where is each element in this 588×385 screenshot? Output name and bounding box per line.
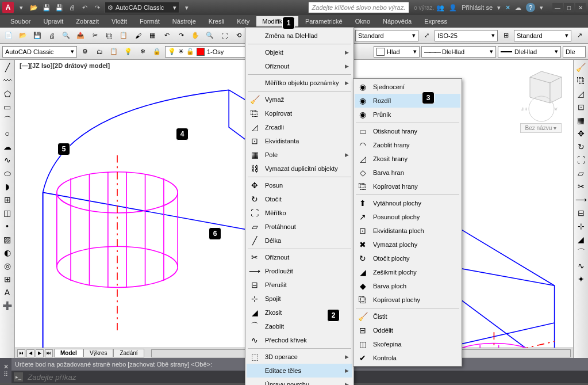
layer-state-badge[interactable]: Bez názvu ▾ [520, 123, 562, 133]
mod-menu-item-4[interactable]: 🧹Vymaž [247, 93, 352, 106]
menu-vložit[interactable]: Vložit [106, 16, 133, 26]
ellipse-arc-icon[interactable]: ◗ [1, 180, 14, 193]
new-icon[interactable]: 📄 [2, 29, 15, 42]
table-icon[interactable]: ⊞ [1, 273, 14, 285]
move-icon[interactable]: ✥ [575, 127, 587, 140]
mod-menu-item-8[interactable]: ▦Pole▶ [247, 148, 352, 162]
mod-menu-item-6[interactable]: ◿Zrcadli [247, 120, 352, 134]
explode-icon[interactable]: ✦ [575, 273, 587, 285]
region-icon[interactable]: ◎ [1, 260, 14, 272]
ellipse-icon[interactable]: ⬭ [1, 167, 14, 180]
layout-tab-výkres[interactable]: Výkres [83, 349, 114, 357]
block-icon[interactable]: ▦ [146, 29, 159, 42]
solid-edit-item-6[interactable]: ◇Barva hran [355, 166, 460, 180]
linetype-combo[interactable]: ——— DleHlad▾ [421, 46, 496, 58]
mod-menu-item-13[interactable]: ▱Protáhnout [247, 220, 352, 234]
layer-lock-icon[interactable]: 🔒 [151, 45, 163, 58]
zoom-prev-icon[interactable]: ⟲ [232, 29, 245, 42]
mod-menu-item-9[interactable]: ⛓Vymazat duplicitní objekty [247, 162, 352, 176]
spline-icon[interactable]: ∿ [1, 154, 14, 166]
redo-icon[interactable]: ↷ [175, 29, 187, 42]
solid-edit-item-16[interactable]: 🧹Čistit [355, 310, 460, 323]
mod-menu-item-14[interactable]: ╱Délka [247, 234, 352, 247]
cmd-prompt-icon[interactable]: ▸_ [14, 372, 23, 382]
menu-soubor[interactable]: Soubor [5, 16, 36, 26]
menu-okno[interactable]: Okno [349, 16, 376, 26]
rotate-icon[interactable]: ↻ [575, 140, 587, 153]
solid-edit-item-17[interactable]: ⊟Oddělit [355, 323, 460, 337]
layer-freeze-icon[interactable]: ❄ [136, 45, 149, 58]
join-icon[interactable]: ⊹ [575, 220, 587, 232]
user-icon[interactable]: 👤 [449, 4, 457, 12]
revcloud-icon[interactable]: ☁ [1, 140, 14, 153]
rect-icon[interactable]: ▭ [1, 101, 14, 113]
print-icon[interactable]: 🖨 [45, 29, 58, 42]
menu-kresli[interactable]: Kresli [203, 16, 230, 26]
qat-new-icon[interactable]: ▾ [16, 2, 26, 13]
mod-menu-item-1[interactable]: Objekt▶ [247, 45, 352, 59]
chevron-down-icon[interactable]: ▾ [497, 4, 501, 12]
open-icon[interactable]: 📂 [17, 29, 29, 42]
mod-menu-item-7[interactable]: ⊡Ekvidistanta [247, 134, 352, 148]
layer-off-icon[interactable]: 💡 [122, 45, 134, 58]
extend-icon[interactable]: ⟶ [575, 193, 587, 206]
menu-nástroje[interactable]: Nástroje [167, 16, 202, 26]
layout-tab-zadání[interactable]: Zadání [113, 349, 144, 357]
circle-icon[interactable]: ○ [1, 127, 14, 140]
offset-icon[interactable]: ⊡ [575, 101, 587, 113]
close-button[interactable]: ✕ [575, 3, 586, 12]
block-make-icon[interactable]: ◫ [1, 207, 14, 219]
menu-kóty[interactable]: Kóty [231, 16, 255, 26]
tab-next-icon[interactable]: ▶ [36, 349, 44, 357]
save-icon[interactable]: 💾 [31, 29, 44, 42]
group-icon[interactable]: 👥 [436, 4, 444, 12]
menu-parametrické[interactable]: Parametrické [299, 16, 348, 26]
mod-menu-item-11[interactable]: ↻Otočit [247, 192, 352, 206]
mod-menu-item-17[interactable]: ⊟Přerušit [247, 278, 352, 292]
solid-edit-item-18[interactable]: ◫Skořepina [355, 337, 460, 351]
tab-last-icon[interactable]: ⏭ [45, 349, 53, 357]
cloud-icon[interactable]: ☁ [515, 4, 521, 12]
qat-undo-icon[interactable]: ↶ [79, 2, 90, 13]
mod-menu-item-22[interactable]: ⬚3D operace▶ [247, 350, 352, 364]
color-combo[interactable]: Hlad▾ [374, 46, 420, 58]
undo-icon[interactable]: ↶ [160, 29, 173, 42]
tablestyle-combo[interactable]: Standard▾ [514, 30, 571, 41]
minimize-button[interactable]: — [552, 3, 563, 12]
mod-menu-item-21[interactable]: ∿Přechod křivek [247, 333, 352, 347]
scale-icon[interactable]: ⛶ [575, 154, 587, 166]
copy-icon[interactable]: ⿻ [103, 29, 116, 42]
mleader-icon[interactable]: ↗ [573, 29, 586, 42]
mod-menu-item-18[interactable]: ⊹Spojit [247, 292, 352, 306]
workspace-combo-2[interactable]: AutoCAD Classic▾ [2, 46, 77, 58]
point-icon[interactable]: • [1, 220, 14, 232]
publish-icon[interactable]: 📤 [74, 29, 87, 42]
mod-menu-item-0[interactable]: Změna na DleHlad [247, 29, 352, 43]
search-input[interactable]: Zadejte klíčové slovo nebo výraz. [308, 2, 410, 13]
solid-edit-item-8[interactable]: ⬆Vytáhnout plochy [355, 196, 460, 210]
qat-saveas-icon[interactable]: 💾 [54, 2, 64, 13]
block-insert-icon[interactable]: ⊞ [1, 193, 14, 206]
qat-print-icon[interactable]: 🖨 [67, 2, 77, 13]
mod-menu-item-10[interactable]: ✥Posun [247, 178, 352, 192]
solid-edit-item-12[interactable]: ↻Otočit plochy [355, 251, 460, 265]
solid-edit-item-14[interactable]: ◆Barva ploch [355, 279, 460, 293]
array-icon[interactable]: ▦ [575, 114, 587, 127]
qat-save-icon[interactable]: 💾 [41, 2, 52, 13]
solid-edit-item-3[interactable]: ▭Otisknout hrany [355, 124, 460, 138]
solid-edit-item-11[interactable]: ✖Vymazat plochy [355, 238, 460, 251]
solid-edit-item-2[interactable]: ◉Průnik [355, 108, 460, 121]
preview-icon[interactable]: 🔍 [60, 29, 72, 42]
qat-redo-icon[interactable]: ↷ [92, 2, 102, 13]
solid-edit-item-9[interactable]: ↗Posunout plochy [355, 210, 460, 224]
copy-icon[interactable]: ⿻ [575, 74, 587, 87]
fillet-icon[interactable]: ⌒ [575, 246, 587, 259]
maximize-button[interactable]: □ [564, 3, 574, 12]
tab-first-icon[interactable]: ⏮ [17, 349, 25, 357]
mod-menu-item-16[interactable]: ⟶Prodloužit [247, 264, 352, 278]
solid-edit-item-4[interactable]: ◠Zaoblit hrany [355, 138, 460, 152]
zoom-icon[interactable]: 🔍 [203, 29, 216, 42]
textstyle-combo[interactable]: Standard▾ [355, 30, 418, 41]
mod-menu-item-24[interactable]: Úpravy povrchu▶ [247, 378, 352, 385]
solid-edit-item-7[interactable]: ⿻Kopírovat hrany [355, 180, 460, 193]
